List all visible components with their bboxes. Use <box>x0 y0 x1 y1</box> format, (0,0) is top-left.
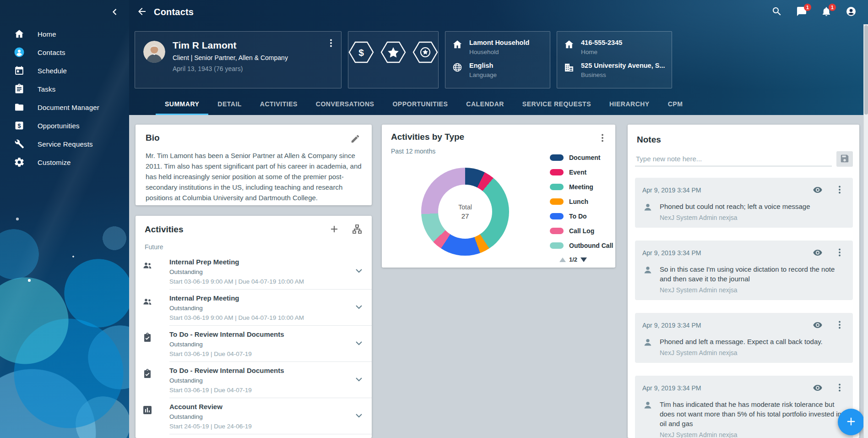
note-menu-button[interactable] <box>834 184 846 196</box>
sidebar-item-label: Tasks <box>38 85 55 93</box>
activities-title: Activities <box>145 224 183 235</box>
calendar-icon <box>14 65 25 76</box>
tab-activities[interactable]: ACTIVITIES <box>251 94 307 115</box>
note-author: NexJ System Admin nexjsa <box>660 431 846 438</box>
vertical-scrollbar[interactable] <box>863 24 868 438</box>
legend-item: Outbound Call <box>550 238 613 253</box>
home-icon <box>14 28 25 39</box>
sidebar-item-schedule[interactable]: Schedule <box>0 61 129 80</box>
activity-row[interactable]: To Do - Review Internal Documents Outsta… <box>136 326 372 362</box>
activity-row[interactable]: To Do - Review Internal Documents Outsta… <box>136 362 372 398</box>
chevron-down-icon[interactable] <box>353 301 364 312</box>
activity-dates: Start 03-06-19 | Due 04-07-19 <box>169 387 284 394</box>
tab-conversations[interactable]: CONVERSATIONS <box>307 94 384 115</box>
add-activity-button[interactable] <box>328 223 341 236</box>
note-menu-button[interactable] <box>834 247 846 259</box>
search-button[interactable] <box>771 6 783 18</box>
legend-label: To Do <box>569 213 587 220</box>
globe-icon <box>452 62 463 73</box>
chevron-down-icon[interactable] <box>353 374 364 385</box>
chevron-down-icon[interactable] <box>353 410 364 421</box>
people-icon <box>142 296 153 307</box>
add-fab-button[interactable] <box>838 409 864 435</box>
notification-badge: 1 <box>829 4 836 11</box>
activity-row[interactable]: Account Review Outstanding Start 24-05-1… <box>136 398 372 434</box>
task-icon <box>142 332 153 343</box>
save-note-button[interactable] <box>836 151 853 167</box>
page-title: Contacts <box>154 7 194 17</box>
note-act <box>812 247 846 259</box>
note-visibility-button[interactable] <box>812 184 824 196</box>
sidebar-item-tasks[interactable]: Tasks <box>0 80 129 98</box>
note-visibility-button[interactable] <box>812 382 824 394</box>
folder-icon <box>14 102 25 113</box>
search-icon <box>771 6 782 18</box>
plus-icon <box>845 415 857 429</box>
money-box-icon: $ <box>14 120 25 131</box>
back-button[interactable] <box>133 3 151 22</box>
note-visibility-button[interactable] <box>812 247 824 259</box>
sidebar-item-customize[interactable]: Customize <box>0 153 129 171</box>
people-icon <box>142 260 153 271</box>
eye-icon <box>813 247 823 259</box>
account-button[interactable] <box>845 6 857 18</box>
profile-menu-button[interactable] <box>325 37 337 50</box>
note-card: Apr 9, 2019 3:34 PM Phoned and left a me… <box>635 313 853 363</box>
legend-page-down-icon[interactable] <box>580 257 587 262</box>
activity-row[interactable]: Internal Prep Meeting Outstanding Start … <box>136 290 372 326</box>
tab-service-requests[interactable]: SERVICE REQUESTS <box>513 94 600 115</box>
legend-item: To Do <box>550 209 613 224</box>
sidebar-item-contacts[interactable]: Contacts <box>0 43 129 61</box>
star-hexagon-badge[interactable] <box>380 41 406 64</box>
tab-opportunities[interactable]: OPPORTUNITIES <box>383 94 457 115</box>
language-value: English <box>469 62 497 69</box>
tasks-icon <box>14 83 25 94</box>
sidebar-item-home[interactable]: Home <box>0 25 129 43</box>
note-menu-button[interactable] <box>834 382 846 394</box>
dollar-hexagon-badge[interactable]: $ <box>348 41 374 64</box>
tab-cpm[interactable]: CPM <box>659 94 692 115</box>
new-note-input[interactable] <box>635 152 832 166</box>
note-visibility-button[interactable] <box>812 319 824 331</box>
activities-card: Activities Future Internal Prep Meeting … <box>136 216 372 438</box>
edit-bio-button[interactable] <box>349 133 362 146</box>
sidebar-item-service-requests[interactable]: Service Requests <box>0 135 129 153</box>
notifications-button[interactable]: 1 <box>820 6 832 18</box>
legend-label: Call Log <box>569 227 594 235</box>
note-menu-button[interactable] <box>834 319 846 331</box>
crm-app: Home Contacts Schedule Tasks Document Ma… <box>0 0 868 438</box>
legend-swatch <box>550 154 564 161</box>
chevron-down-icon[interactable] <box>353 265 364 276</box>
legend-page-up-icon[interactable] <box>559 257 566 262</box>
sidebar-item-label: Home <box>38 30 56 38</box>
chat-button[interactable]: 1 <box>796 6 808 18</box>
chevron-down-icon[interactable] <box>353 338 364 349</box>
sidebar-item-document-manager[interactable]: Document Manager <box>0 98 129 116</box>
tab-detail[interactable]: DETAIL <box>208 94 251 115</box>
chart-title: Activities by Type <box>391 132 464 142</box>
legend-swatch <box>550 169 564 175</box>
activity-hierarchy-button[interactable] <box>351 223 363 236</box>
activity-title: Internal Prep Meeting <box>169 258 304 266</box>
tab-calendar[interactable]: CALENDAR <box>457 94 513 115</box>
activity-dates: Start 24-05-19 | Due 24-06-19 <box>169 423 252 430</box>
topbar: Contacts 1 1 <box>129 0 868 24</box>
sidebar-item-label: Customize <box>38 159 71 166</box>
tab-hierarchy[interactable]: HIERARCHY <box>600 94 659 115</box>
tab-summary[interactable]: SUMMARY <box>156 94 208 115</box>
activity-row[interactable]: Internal Prep Meeting Outstanding Start … <box>136 253 372 290</box>
chart-menu-button[interactable] <box>596 132 609 145</box>
medal-hexagon-badge[interactable] <box>412 41 438 64</box>
sidebar-item-opportunities[interactable]: $ Opportunities <box>0 116 129 135</box>
sidebar-collapse-button[interactable] <box>108 5 122 19</box>
note-body: Phoned and left a message. Expect a call… <box>642 337 846 356</box>
kebab-icon <box>834 382 845 394</box>
legend-label: Meeting <box>569 183 593 191</box>
note-act <box>812 382 846 394</box>
household-label: Household <box>469 49 529 55</box>
scrollbar-thumb[interactable] <box>864 25 868 115</box>
note-date: Apr 9, 2019 3:34 PM <box>642 186 701 194</box>
person-icon <box>642 337 653 348</box>
legend-item: Lunch <box>550 194 613 209</box>
note-text: So in this case I'm using voice dictatio… <box>660 264 846 284</box>
